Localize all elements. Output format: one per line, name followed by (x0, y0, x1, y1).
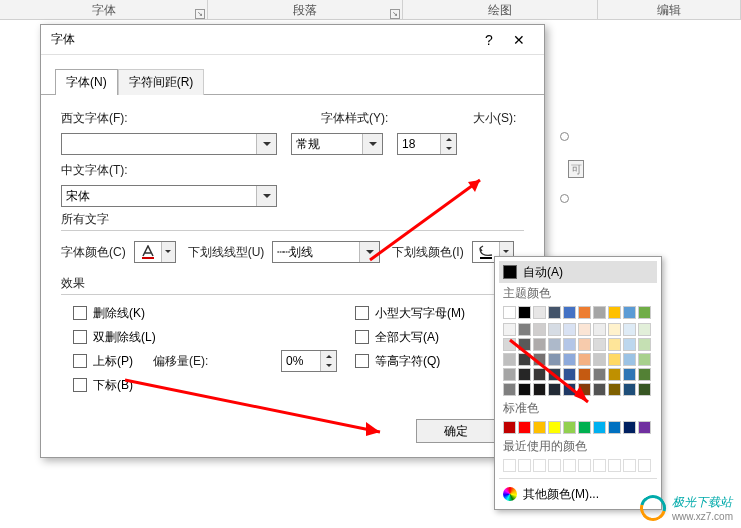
color-swatch[interactable] (503, 306, 516, 319)
equalheight-checkbox[interactable]: 等高字符(Q) (355, 349, 465, 373)
ok-button[interactable]: 确定 (416, 419, 496, 443)
color-swatch[interactable] (623, 323, 636, 336)
color-swatch[interactable] (608, 368, 621, 381)
color-swatch[interactable] (548, 368, 561, 381)
color-swatch[interactable] (578, 459, 591, 472)
color-swatch[interactable] (593, 421, 606, 434)
color-swatch[interactable] (533, 368, 546, 381)
color-swatch[interactable] (623, 421, 636, 434)
tab-spacing[interactable]: 字符间距(R) (118, 69, 205, 95)
color-swatch[interactable] (578, 338, 591, 351)
font-color-button[interactable] (134, 241, 176, 263)
expand-icon[interactable] (390, 9, 400, 19)
chevron-down-icon[interactable] (362, 134, 382, 154)
color-swatch[interactable] (593, 323, 606, 336)
chevron-down-icon[interactable] (256, 134, 276, 154)
color-swatch[interactable] (608, 338, 621, 351)
color-swatch[interactable] (638, 368, 651, 381)
color-auto[interactable]: 自动(A) (499, 261, 657, 283)
color-swatch[interactable] (638, 421, 651, 434)
expand-icon[interactable] (195, 9, 205, 19)
color-swatch[interactable] (593, 338, 606, 351)
color-swatch[interactable] (518, 421, 531, 434)
color-swatch[interactable] (548, 421, 561, 434)
chevron-down-icon[interactable] (256, 186, 276, 206)
underline-combo[interactable]: ┄┄ 划线 (272, 241, 380, 263)
color-swatch[interactable] (608, 353, 621, 366)
color-swatch[interactable] (608, 306, 621, 319)
color-swatch[interactable] (578, 306, 591, 319)
selection-handle[interactable] (560, 132, 569, 141)
color-swatch[interactable] (638, 383, 651, 396)
color-swatch[interactable] (548, 306, 561, 319)
color-swatch[interactable] (563, 383, 576, 396)
color-swatch[interactable] (608, 323, 621, 336)
color-swatch[interactable] (623, 306, 636, 319)
color-swatch[interactable] (563, 338, 576, 351)
color-swatch[interactable] (578, 353, 591, 366)
color-swatch[interactable] (533, 421, 546, 434)
color-swatch[interactable] (578, 323, 591, 336)
spin-up-icon[interactable] (321, 351, 336, 361)
color-swatch[interactable] (518, 383, 531, 396)
spin-down-icon[interactable] (321, 361, 336, 371)
color-swatch[interactable] (518, 368, 531, 381)
color-swatch[interactable] (548, 353, 561, 366)
color-swatch[interactable] (608, 383, 621, 396)
selection-handle[interactable] (560, 194, 569, 203)
color-swatch[interactable] (503, 421, 516, 434)
color-swatch[interactable] (533, 338, 546, 351)
color-swatch[interactable] (548, 459, 561, 472)
color-swatch[interactable] (578, 383, 591, 396)
color-swatch[interactable] (518, 306, 531, 319)
chevron-down-icon[interactable] (161, 242, 175, 262)
color-swatch[interactable] (533, 459, 546, 472)
color-swatch[interactable] (503, 323, 516, 336)
tab-font[interactable]: 字体(N) (55, 69, 118, 95)
asian-font-combo[interactable]: 宋体 (61, 185, 277, 207)
color-swatch[interactable] (563, 353, 576, 366)
color-swatch[interactable] (608, 459, 621, 472)
color-swatch[interactable] (623, 368, 636, 381)
color-swatch[interactable] (638, 353, 651, 366)
color-swatch[interactable] (563, 323, 576, 336)
color-swatch[interactable] (638, 338, 651, 351)
color-swatch[interactable] (503, 353, 516, 366)
color-swatch[interactable] (563, 459, 576, 472)
color-swatch[interactable] (533, 353, 546, 366)
chevron-down-icon[interactable] (359, 242, 379, 262)
color-swatch[interactable] (503, 459, 516, 472)
color-swatch[interactable] (638, 459, 651, 472)
color-swatch[interactable] (533, 323, 546, 336)
subscript-checkbox[interactable]: 下标(B) (73, 373, 281, 397)
font-size-spinner[interactable]: 18 (397, 133, 457, 155)
latin-font-combo[interactable] (61, 133, 277, 155)
color-swatch[interactable] (593, 459, 606, 472)
help-button[interactable]: ? (474, 32, 504, 48)
more-colors[interactable]: 其他颜色(M)... (499, 483, 657, 505)
spin-up-icon[interactable] (441, 134, 456, 144)
color-swatch[interactable] (578, 368, 591, 381)
color-swatch[interactable] (563, 368, 576, 381)
textbox-shape[interactable]: 可 (568, 160, 584, 178)
color-swatch[interactable] (503, 338, 516, 351)
allcap-checkbox[interactable]: 全部大写(A) (355, 325, 465, 349)
color-swatch[interactable] (548, 383, 561, 396)
color-swatch[interactable] (593, 306, 606, 319)
offset-spinner[interactable]: 0% (281, 350, 337, 372)
color-swatch[interactable] (518, 353, 531, 366)
smallcap-checkbox[interactable]: 小型大写字母(M) (355, 301, 465, 325)
color-swatch[interactable] (638, 323, 651, 336)
color-swatch[interactable] (578, 421, 591, 434)
color-swatch[interactable] (623, 459, 636, 472)
color-swatch[interactable] (503, 368, 516, 381)
color-swatch[interactable] (533, 383, 546, 396)
font-style-combo[interactable]: 常规 (291, 133, 383, 155)
color-swatch[interactable] (563, 421, 576, 434)
color-swatch[interactable] (518, 338, 531, 351)
spin-down-icon[interactable] (441, 144, 456, 154)
color-swatch[interactable] (593, 383, 606, 396)
color-swatch[interactable] (593, 368, 606, 381)
color-swatch[interactable] (548, 338, 561, 351)
double-strike-checkbox[interactable]: 双删除线(L) (73, 325, 281, 349)
